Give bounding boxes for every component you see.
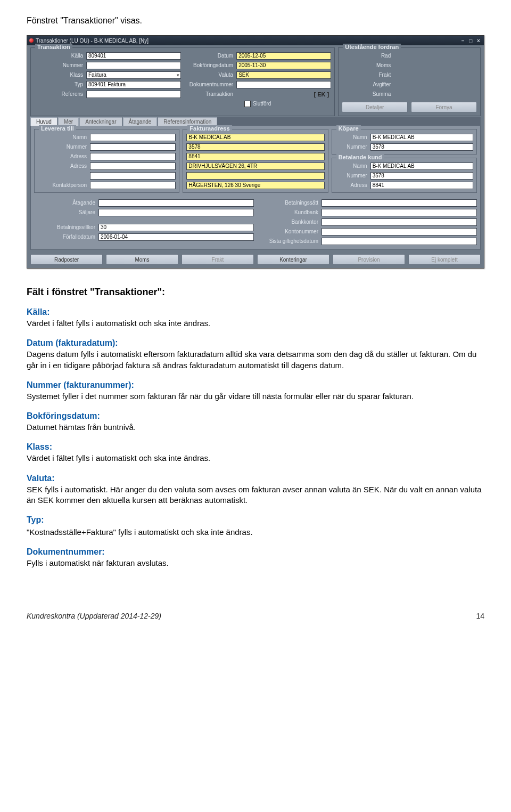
field-referens[interactable] (86, 91, 181, 98)
fa-2[interactable]: 3578 (186, 143, 324, 151)
moms-button[interactable]: Moms (106, 254, 178, 265)
radposter-button[interactable]: Radposter (30, 254, 103, 265)
b-nummer: Systemet fyller i det nummer som faktura… (27, 391, 484, 402)
field-kalla[interactable]: 809401 (86, 52, 181, 60)
group-fakturaadress: Fakturaadress B-K MEDICAL AB 3578 8841 D… (183, 129, 328, 193)
fa-5[interactable] (186, 172, 324, 180)
lbl-lev-nummer: Nummer (38, 144, 90, 150)
field-lev-namn[interactable] (90, 134, 176, 141)
ejkomplett-button[interactable]: Ej komplett (408, 254, 481, 265)
field-bet-namn[interactable]: B-K MEDICAL AB (370, 163, 473, 170)
lbl-doknr: Dokumentnummer (184, 82, 236, 87)
field-datum[interactable]: 2005-12-05 (236, 52, 331, 60)
h-datum: Datum (fakturadatum): (27, 338, 484, 348)
b-bokf: Datumet hämtas från buntnivå. (27, 422, 484, 433)
minimize-icon[interactable]: – (459, 38, 466, 44)
field-sista[interactable] (322, 238, 477, 245)
lbl-trans: Transaktion (184, 91, 236, 97)
field-kop-namn[interactable]: B-K MEDICAL AB (370, 134, 473, 141)
group-title-leverera: Leverera till (39, 125, 76, 132)
field-kop-nummer[interactable]: 3578 (370, 143, 473, 151)
b-klass: Värdet i fältet fylls i automatiskt och … (27, 453, 484, 464)
fa-1[interactable]: B-K MEDICAL AB (186, 134, 324, 141)
group-kopare: Köpare NamnB-K MEDICAL AB Nummer3578 (332, 129, 477, 155)
tab-atagande[interactable]: Åtagande (123, 117, 158, 126)
app-icon (29, 38, 34, 43)
maximize-icon[interactable]: □ (467, 38, 474, 44)
titlebar: Transaktioner (LU OU) - B-K MEDICAL AB, … (27, 36, 484, 45)
lbl-atagande: Åtagande (34, 200, 98, 206)
fornya-button[interactable]: Förnya (411, 102, 477, 112)
lower-panel: Leverera till Namn Nummer Adress Adress … (30, 126, 481, 250)
field-konto[interactable] (322, 228, 477, 236)
b-datum: Dagens datum fylls i automatiskt efterso… (27, 349, 484, 371)
field-bokf[interactable]: 2005-11-30 (236, 62, 331, 69)
field-lev-adress[interactable] (90, 153, 176, 160)
field-bankkontor[interactable] (322, 218, 477, 226)
field-valuta[interactable]: SEK (236, 71, 331, 79)
intro-text: Fönstret "Transaktioner" visas. (27, 16, 484, 26)
field-lev-nummer[interactable] (90, 143, 176, 151)
field-kundbank[interactable] (322, 209, 477, 216)
fa-4[interactable]: DRIVHJULSVÄGEN 26, 4TR (186, 163, 324, 170)
lbl-valuta: Valuta (184, 72, 236, 78)
field-villkor[interactable]: 30 (98, 224, 254, 231)
slutford-check[interactable]: Slutförd (244, 101, 271, 107)
slutford-label: Slutförd (253, 101, 271, 107)
ek-button[interactable]: [ EK ] (314, 91, 329, 98)
fa-3[interactable]: 8841 (186, 153, 324, 160)
lbl-lev-adress: Adress (38, 153, 90, 159)
tab-mer[interactable]: Mer (58, 117, 79, 126)
field-atagande[interactable] (98, 199, 254, 207)
frakt-button[interactable]: Frakt (182, 254, 254, 265)
field-saljare[interactable] (98, 209, 254, 216)
h-klass: Klass: (27, 442, 484, 452)
lbl-villkor: Betalningsvillkor (34, 224, 98, 230)
lbl-konto: Kontonummer (257, 229, 322, 234)
lbl-klass: Klass (34, 72, 86, 78)
field-lev-blank[interactable] (90, 172, 176, 180)
group-title-betalande: Betalande kund (336, 154, 384, 160)
field-nummer[interactable] (86, 62, 181, 69)
b-kalla: Värdet i fältet fylls i automatiskt och … (27, 318, 484, 329)
field-typ[interactable]: 809401 Faktura (86, 81, 181, 88)
field-bet-adress[interactable]: 8841 (370, 182, 473, 189)
lbl-datum: Datum (184, 53, 236, 59)
group-title-kopare: Köpare (336, 125, 361, 132)
h-dok: Dokumentnummer: (27, 547, 484, 557)
lbl-bet-namn: Namn (335, 163, 370, 169)
tab-strip: Huvud Mer Anteckningar Åtagande Referens… (30, 117, 481, 126)
detaljer-button[interactable]: Detaljer (342, 102, 408, 112)
group-utestaende: Utestående fordran Rad Moms Frakt Avgift… (338, 47, 481, 116)
provision-button[interactable]: Provision (333, 254, 405, 265)
b-typ2: "Kostnadsställe+Faktura" fylls i automat… (27, 527, 484, 538)
close-icon[interactable]: × (475, 38, 482, 44)
window-title: Transaktioner (LU OU) - B-K MEDICAL AB, … (36, 38, 459, 44)
lbl-avgifter: Avgifter (342, 82, 394, 87)
tab-anteck[interactable]: Anteckningar (79, 117, 122, 126)
field-kontakt[interactable] (90, 182, 176, 189)
checkbox-icon (244, 101, 251, 107)
field-forfall[interactable]: 2006-01-04 (98, 233, 254, 241)
lbl-bokf: Bokföringsdatum (184, 62, 236, 68)
field-doknr[interactable] (236, 81, 331, 88)
bottom-buttons: Radposter Moms Frakt Konteringar Provisi… (27, 252, 484, 268)
field-betsatt[interactable] (322, 199, 477, 207)
lbl-referens: Referens (34, 91, 86, 97)
field-lev-adress2[interactable] (90, 163, 176, 170)
tab-huvud[interactable]: Huvud (30, 117, 57, 126)
h-typ: Typ: (27, 515, 484, 525)
fa-6[interactable]: HÄGERSTEN, 126 30 Sverige (186, 182, 324, 189)
group-transaktion: Transaktion Källa809401 Nummer KlassFakt… (30, 47, 335, 116)
lbl-kop-nummer: Nummer (335, 144, 370, 150)
section-heading: Fält i fönstret "Transaktioner": (27, 287, 484, 298)
group-betalande: Betalande kund NamnB-K MEDICAL AB Nummer… (332, 158, 477, 193)
konteringar-button[interactable]: Konteringar (257, 254, 329, 265)
field-bet-nummer[interactable]: 3578 (370, 172, 473, 180)
field-klass[interactable]: Faktura (86, 71, 181, 79)
lbl-lev-namn: Namn (38, 134, 90, 140)
tab-ref[interactable]: Referensinformation (158, 117, 217, 126)
lbl-summa: Summa (342, 91, 394, 97)
h-kalla: Källa: (27, 307, 484, 317)
b-valuta: SEK fylls i automatiskt. Här anger du de… (27, 484, 484, 506)
